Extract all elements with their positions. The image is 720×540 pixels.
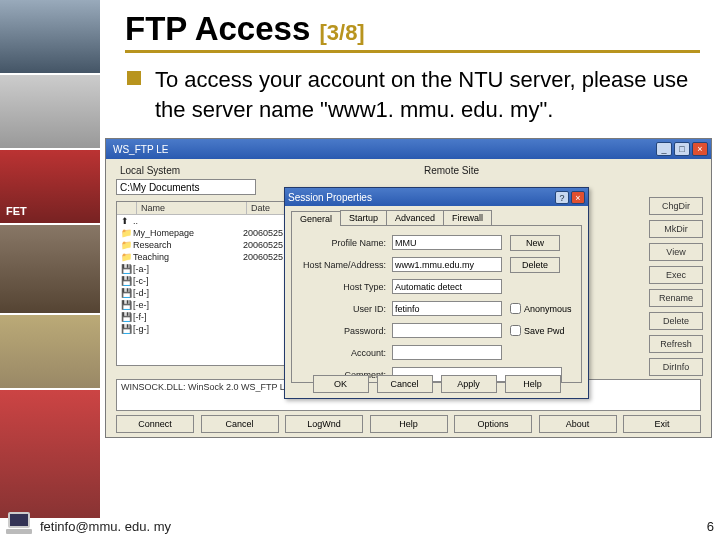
body-text: To access your account on the NTU server… <box>155 67 688 122</box>
sidebar-image-strip: FET <box>0 0 100 540</box>
about-button[interactable]: About <box>539 415 617 433</box>
delete-button[interactable]: Delete <box>510 257 560 273</box>
dialog-tabs: GeneralStartupAdvancedFirewall <box>285 206 588 225</box>
options-button[interactable]: Options <box>454 415 532 433</box>
dialog-help-button[interactable]: ? <box>555 191 569 204</box>
fet-logo: FET <box>0 150 100 225</box>
dirinfo-button[interactable]: DirInfo <box>649 358 703 376</box>
account-label: Account: <box>300 348 392 358</box>
col-name: Name <box>137 202 247 214</box>
anonymous-checkbox[interactable] <box>510 303 521 314</box>
maximize-button[interactable]: □ <box>674 142 690 156</box>
profile-label: Profile Name: <box>300 238 392 248</box>
exec-button[interactable]: Exec <box>649 266 703 284</box>
footer-email: fetinfo@mmu. edu. my <box>40 519 171 534</box>
connect-button[interactable]: Connect <box>116 415 194 433</box>
session-properties-dialog: Session Properties ? × GeneralStartupAdv… <box>284 187 589 399</box>
computer-icon <box>4 512 34 538</box>
logwnd-button[interactable]: LogWnd <box>285 415 363 433</box>
tab-startup[interactable]: Startup <box>340 210 387 225</box>
local-path-input[interactable] <box>116 179 256 195</box>
refresh-button[interactable]: Refresh <box>649 335 703 353</box>
help-button[interactable]: Help <box>370 415 448 433</box>
fet-label: FET <box>6 205 27 217</box>
password-label: Password: <box>300 326 392 336</box>
sidebar-photo-5 <box>0 390 100 520</box>
dialog-cancel-button[interactable]: Cancel <box>377 375 433 393</box>
bottom-button-row: ConnectCancelLogWndHelpOptionsAboutExit <box>116 415 701 433</box>
slide-title: FTP Access [3/8] <box>125 10 700 53</box>
new-button[interactable]: New <box>510 235 560 251</box>
account-input[interactable] <box>392 345 502 360</box>
right-button-column: ChgDirMkDirViewExecRenameDeleteRefreshDi… <box>649 197 703 376</box>
hosttype-label: Host Type: <box>300 282 392 292</box>
tab-firewall[interactable]: Firewall <box>443 210 492 225</box>
sidebar-photo-4 <box>0 315 100 390</box>
app-title: WS_FTP LE <box>109 144 168 155</box>
host-input[interactable] <box>392 257 502 272</box>
dialog-button-row: OKCancelApplyHelp <box>285 375 588 393</box>
exit-button[interactable]: Exit <box>623 415 701 433</box>
minimize-button[interactable]: _ <box>656 142 672 156</box>
dialog-tab-body: Profile Name: New Host Name/Address: Del… <box>291 225 582 383</box>
title-pager: [3/8] <box>319 20 364 45</box>
anonymous-label: Anonymous <box>524 304 572 314</box>
sidebar-photo-3 <box>0 225 100 315</box>
rename-button[interactable]: Rename <box>649 289 703 307</box>
chgdir-button[interactable]: ChgDir <box>649 197 703 215</box>
dialog-ok-button[interactable]: OK <box>313 375 369 393</box>
remote-site-label: Remote Site <box>424 165 479 176</box>
tab-general[interactable]: General <box>291 211 341 226</box>
profile-input[interactable] <box>392 235 502 250</box>
hosttype-select[interactable] <box>392 279 502 294</box>
page-number: 6 <box>707 519 714 534</box>
view-button[interactable]: View <box>649 243 703 261</box>
title-text: FTP Access <box>125 10 310 47</box>
close-button[interactable]: × <box>692 142 708 156</box>
dialog-close-button[interactable]: × <box>571 191 585 204</box>
dialog-help-button[interactable]: Help <box>505 375 561 393</box>
delete-button[interactable]: Delete <box>649 312 703 330</box>
savepwd-label: Save Pwd <box>524 326 565 336</box>
dialog-title: Session Properties <box>288 192 372 203</box>
host-label: Host Name/Address: <box>300 260 392 270</box>
app-titlebar: WS_FTP LE _ □ × <box>106 139 711 159</box>
ftp-window: WS_FTP LE _ □ × Local System Remote Site… <box>105 138 712 438</box>
password-input[interactable] <box>392 323 502 338</box>
dialog-apply-button[interactable]: Apply <box>441 375 497 393</box>
bullet-icon <box>127 71 141 85</box>
sidebar-photo-1 <box>0 0 100 75</box>
dialog-titlebar: Session Properties ? × <box>285 188 588 206</box>
sidebar-photo-2 <box>0 75 100 150</box>
mkdir-button[interactable]: MkDir <box>649 220 703 238</box>
cancel-button[interactable]: Cancel <box>201 415 279 433</box>
savepwd-checkbox[interactable] <box>510 325 521 336</box>
slide-main: FTP Access [3/8] To access your account … <box>105 0 720 540</box>
userid-input[interactable] <box>392 301 502 316</box>
slide-body: To access your account on the NTU server… <box>105 53 720 134</box>
userid-label: User ID: <box>300 304 392 314</box>
tab-advanced[interactable]: Advanced <box>386 210 444 225</box>
local-system-label: Local System <box>120 165 180 176</box>
